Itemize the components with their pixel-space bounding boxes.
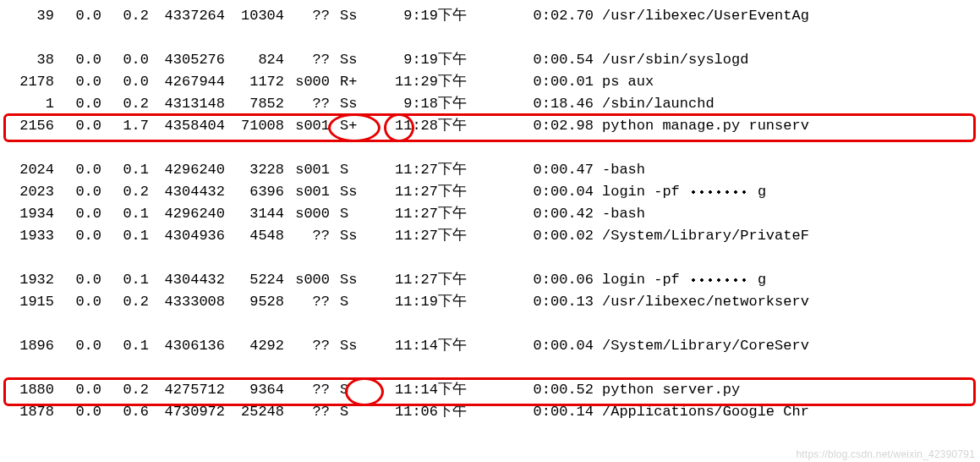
- col-tty: s001: [284, 181, 330, 203]
- col-tty: ??: [284, 49, 330, 71]
- col-mem: 0.0: [101, 49, 149, 71]
- redacted-username: [688, 186, 758, 198]
- blank-row: [12, 137, 968, 159]
- process-row: 21780.00.042679441172s000R+11:29下午0:00.0…: [12, 71, 968, 93]
- blank-row: [12, 247, 968, 269]
- process-row: 19330.00.143049364548??Ss11:27下午0:00.02/…: [12, 225, 968, 247]
- col-cpu: 0.0: [54, 269, 101, 291]
- col-cpu: 0.0: [54, 49, 101, 71]
- col-tty: s000: [284, 203, 330, 225]
- col-rss: 71008: [225, 115, 284, 137]
- col-pid: 1932: [12, 269, 54, 291]
- col-tty: ??: [284, 401, 330, 423]
- col-cpu: 0.0: [54, 71, 101, 93]
- col-mem: 0.2: [101, 291, 149, 313]
- col-rss: 25248: [225, 401, 284, 423]
- col-rss: 6396: [225, 181, 284, 203]
- col-rss: 824: [225, 49, 284, 71]
- terminal-output: 390.00.2433726410304??Ss9:19下午0:02.70/us…: [0, 0, 980, 423]
- col-command: login -pf g: [594, 181, 766, 203]
- col-mem: 1.7: [101, 115, 149, 137]
- col-command: /System/Library/PrivateF: [594, 225, 809, 247]
- col-pid: 1: [12, 93, 54, 115]
- col-tty: s001: [284, 115, 330, 137]
- col-command: /usr/sbin/syslogd: [594, 49, 748, 71]
- col-cpu: 0.0: [54, 335, 101, 357]
- col-vsz: 4337264: [149, 5, 225, 27]
- process-row: 20240.00.142962403228s001S11:27下午0:00.47…: [12, 159, 968, 181]
- col-pid: 39: [12, 5, 54, 27]
- col-tty: ??: [284, 291, 330, 313]
- col-vsz: 4267944: [149, 71, 225, 93]
- col-start: 11:14下午: [374, 335, 467, 357]
- col-stat: Ss: [330, 5, 374, 27]
- col-mem: 0.2: [101, 181, 149, 203]
- col-vsz: 4296240: [149, 203, 225, 225]
- col-time: 0:00.04: [467, 181, 594, 203]
- col-stat: Ss: [330, 181, 374, 203]
- col-command: ps aux: [594, 71, 654, 93]
- col-vsz: 4305276: [149, 49, 225, 71]
- col-tty: s001: [284, 159, 330, 181]
- col-rss: 9364: [225, 379, 284, 401]
- col-cpu: 0.0: [54, 181, 101, 203]
- col-mem: 0.1: [101, 203, 149, 225]
- col-stat: Ss: [330, 335, 374, 357]
- col-mem: 0.0: [101, 71, 149, 93]
- col-pid: 1880: [12, 379, 54, 401]
- col-time: 0:18.46: [467, 93, 594, 115]
- col-vsz: 4730972: [149, 401, 225, 423]
- col-time: 0:00.42: [467, 203, 594, 225]
- col-cpu: 0.0: [54, 379, 101, 401]
- process-row: 380.00.04305276824??Ss9:19下午0:00.54/usr/…: [12, 49, 968, 71]
- blank-row: [12, 313, 968, 335]
- col-mem: 0.2: [101, 379, 149, 401]
- process-row: 18800.00.242757129364??S11:14下午0:00.52py…: [12, 379, 968, 401]
- col-stat: R+: [330, 71, 374, 93]
- col-command: -bash: [594, 159, 645, 181]
- process-row: 21560.01.7435840471008s001S+11:28下午0:02.…: [12, 115, 968, 137]
- col-time: 0:00.52: [467, 379, 594, 401]
- col-stat: S+: [330, 115, 374, 137]
- col-time: 0:00.06: [467, 269, 594, 291]
- col-time: 0:02.98: [467, 115, 594, 137]
- col-time: 0:00.01: [467, 71, 594, 93]
- col-time: 0:00.04: [467, 335, 594, 357]
- col-time: 0:00.47: [467, 159, 594, 181]
- col-start: 11:29下午: [374, 71, 467, 93]
- col-stat: S: [330, 379, 374, 401]
- col-command: /sbin/launchd: [594, 93, 714, 115]
- col-rss: 4292: [225, 335, 284, 357]
- col-start: 11:28下午: [374, 115, 467, 137]
- col-vsz: 4304936: [149, 225, 225, 247]
- col-stat: Ss: [330, 225, 374, 247]
- process-row: 18960.00.143061364292??Ss11:14下午0:00.04/…: [12, 335, 968, 357]
- col-cpu: 0.0: [54, 225, 101, 247]
- col-start: 11:27下午: [374, 159, 467, 181]
- col-mem: 0.2: [101, 93, 149, 115]
- col-start: 11:27下午: [374, 225, 467, 247]
- col-start: 11:06下午: [374, 401, 467, 423]
- col-time: 0:02.70: [467, 5, 594, 27]
- col-command: login -pf g: [594, 269, 766, 291]
- col-start: 11:27下午: [374, 269, 467, 291]
- col-mem: 0.1: [101, 335, 149, 357]
- col-pid: 1915: [12, 291, 54, 313]
- col-time: 0:00.02: [467, 225, 594, 247]
- col-rss: 7852: [225, 93, 284, 115]
- col-vsz: 4296240: [149, 159, 225, 181]
- col-time: 0:00.13: [467, 291, 594, 313]
- process-row: 19320.00.143044325224s000Ss11:27下午0:00.0…: [12, 269, 968, 291]
- col-start: 11:19下午: [374, 291, 467, 313]
- col-pid: 2023: [12, 181, 54, 203]
- col-stat: S: [330, 291, 374, 313]
- col-cpu: 0.0: [54, 159, 101, 181]
- col-mem: 0.2: [101, 5, 149, 27]
- col-mem: 0.1: [101, 225, 149, 247]
- col-mem: 0.1: [101, 269, 149, 291]
- col-time: 0:00.54: [467, 49, 594, 71]
- col-cpu: 0.0: [54, 203, 101, 225]
- col-tty: ??: [284, 93, 330, 115]
- col-pid: 2178: [12, 71, 54, 93]
- col-tty: ??: [284, 379, 330, 401]
